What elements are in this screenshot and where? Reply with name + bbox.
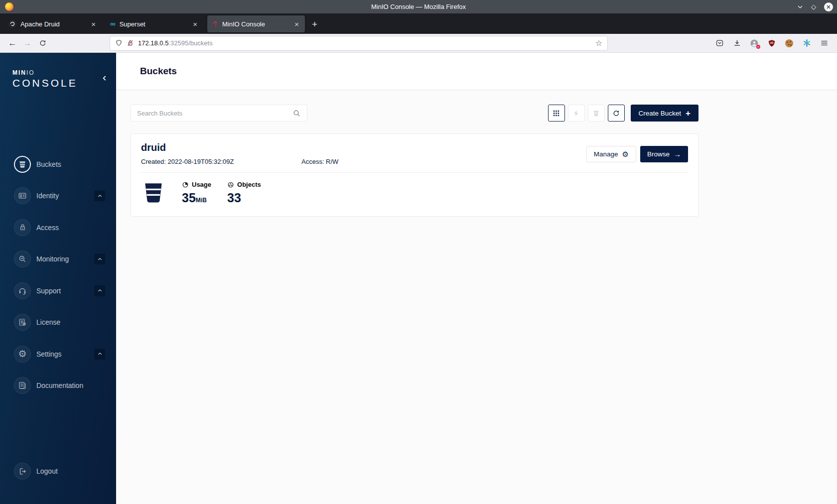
svg-text:UO: UO	[770, 42, 774, 44]
sidebar-item-support[interactable]: Support	[0, 275, 116, 307]
sidebar-item-access[interactable]: Access	[0, 212, 116, 244]
tab-close-icon[interactable]: ×	[293, 20, 300, 28]
monitoring-search-icon	[14, 251, 31, 267]
tab-apache-druid[interactable]: Apache Druid ×	[4, 15, 102, 32]
sidebar-item-label: Buckets	[36, 160, 61, 168]
firefox-logo-icon	[5, 2, 13, 11]
refresh-icon	[612, 110, 620, 117]
browse-button[interactable]: Browse →	[640, 146, 688, 162]
insecure-lock-icon[interactable]	[127, 39, 134, 47]
search-icon	[292, 109, 301, 118]
sidebar-item-monitoring[interactable]: Monitoring	[0, 244, 116, 275]
sidebar-item-label: Support	[36, 287, 61, 295]
sidebar-item-buckets[interactable]: Buckets	[0, 148, 116, 180]
page-header: Buckets	[116, 53, 837, 90]
tab-close-icon[interactable]: ×	[90, 20, 97, 28]
bucket-actions: Manage ⚙ Browse →	[586, 146, 688, 165]
tab-minio-console[interactable]: MinIO Console ×	[207, 15, 305, 32]
card-divider	[141, 172, 688, 173]
chevron-up-icon[interactable]	[94, 349, 105, 360]
tab-close-icon[interactable]: ×	[191, 20, 199, 28]
grid-view-button[interactable]	[548, 105, 565, 122]
asterisk-extension-icon[interactable]	[802, 38, 812, 48]
logout-label: Logout	[36, 467, 58, 475]
chevron-up-icon[interactable]	[94, 190, 105, 201]
minio-console-app: MINIO CONSOLE Buckets Identity	[0, 53, 837, 504]
bucket-metrics: Usage 35MiB Objects 33	[141, 180, 688, 205]
logout-icon	[14, 463, 31, 480]
sidebar: MINIO CONSOLE Buckets Identity	[0, 53, 116, 504]
search-buckets-box[interactable]	[131, 105, 307, 122]
back-icon[interactable]: ←	[5, 36, 20, 50]
bucket-created: Created: 2022-08-19T05:32:09Z	[141, 158, 301, 165]
sidebar-menu: Buckets Identity Access	[0, 148, 116, 401]
url-text[interactable]: 172.18.0.5:32595/buckets	[138, 39, 591, 47]
replication-button[interactable]	[568, 105, 585, 122]
browse-label: Browse	[647, 150, 670, 158]
documentation-icon	[14, 377, 31, 394]
bucket-icon	[14, 156, 31, 173]
new-tab-button[interactable]: +	[312, 19, 317, 30]
usage-unit: MiB	[196, 197, 207, 204]
minimize-icon[interactable]	[797, 4, 803, 10]
sidebar-logout[interactable]: Logout	[0, 461, 116, 481]
sidebar-item-label: Documentation	[36, 381, 83, 389]
usage-metric: Usage 35MiB	[182, 180, 211, 205]
sidebar-item-settings[interactable]: ⚙ Settings	[0, 338, 116, 370]
menu-hamburger-icon[interactable]	[819, 38, 829, 48]
url-path: :32595/buckets	[168, 39, 212, 47]
plus-icon: +	[686, 109, 691, 118]
downloads-icon[interactable]	[732, 38, 742, 48]
tab-label: Apache Druid	[20, 20, 86, 28]
account-extension-icon[interactable]: ×	[749, 38, 759, 48]
bookmark-star-icon[interactable]: ☆	[595, 38, 602, 48]
ublock-origin-icon[interactable]: UO	[767, 38, 777, 48]
reload-icon[interactable]	[35, 36, 50, 50]
lightning-icon	[572, 110, 580, 117]
druid-favicon	[8, 20, 16, 28]
identity-card-icon	[14, 187, 31, 204]
sidebar-collapse-icon[interactable]	[101, 75, 108, 82]
usage-pie-icon	[182, 181, 189, 188]
window-controls: ◇	[797, 2, 833, 11]
minio-flamingo-favicon	[212, 20, 218, 28]
logo-min: MIN	[12, 69, 26, 76]
chevron-up-icon[interactable]	[94, 285, 105, 296]
window-titlebar: MinIO Console — Mozilla Firefox ◇	[0, 0, 837, 13]
objects-metric: Objects 33	[227, 180, 261, 205]
page-title: Buckets	[140, 66, 177, 77]
logo-io: IO	[26, 69, 35, 76]
grid-icon	[553, 110, 560, 117]
chevron-up-icon[interactable]	[94, 253, 105, 264]
sidebar-item-identity[interactable]: Identity	[0, 180, 116, 212]
url-bar[interactable]: 172.18.0.5:32595/buckets ☆	[110, 36, 608, 51]
pocket-icon[interactable]	[714, 38, 724, 48]
controls-row: Create Bucket +	[131, 105, 698, 122]
maximize-icon[interactable]: ◇	[811, 3, 816, 10]
bucket-meta: Created: 2022-08-19T05:32:09Z Access: R/…	[141, 158, 338, 165]
refresh-button[interactable]	[608, 105, 625, 122]
create-bucket-button[interactable]: Create Bucket +	[631, 105, 698, 122]
sidebar-item-documentation[interactable]: Documentation	[0, 370, 116, 402]
search-input[interactable]	[137, 110, 292, 117]
bucket-card-druid[interactable]: druid Created: 2022-08-19T05:32:09Z Acce…	[131, 133, 698, 217]
cookie-extension-icon[interactable]	[784, 38, 794, 48]
bucket-large-icon	[141, 180, 166, 205]
sidebar-item-label: Settings	[36, 350, 62, 358]
shield-icon[interactable]	[115, 39, 123, 47]
headset-icon	[14, 282, 31, 299]
minio-console-logo: MINIO CONSOLE	[0, 53, 116, 89]
close-window-icon[interactable]	[824, 2, 833, 11]
delete-buckets-button[interactable]	[588, 105, 605, 122]
usage-label: Usage	[192, 181, 211, 188]
objects-icon	[227, 181, 234, 188]
sidebar-item-label: Identity	[36, 192, 59, 200]
tab-superset[interactable]: ∞ Superset ×	[106, 15, 203, 32]
tab-bar: Apache Druid × ∞ Superset × MinIO Consol…	[0, 13, 837, 34]
tab-label: Superset	[120, 20, 188, 28]
manage-label: Manage	[594, 150, 618, 158]
forward-icon[interactable]: →	[20, 36, 35, 50]
manage-button[interactable]: Manage ⚙	[586, 146, 636, 162]
sidebar-item-license[interactable]: License	[0, 307, 116, 339]
bucket-card-header: druid Created: 2022-08-19T05:32:09Z Acce…	[141, 142, 688, 165]
